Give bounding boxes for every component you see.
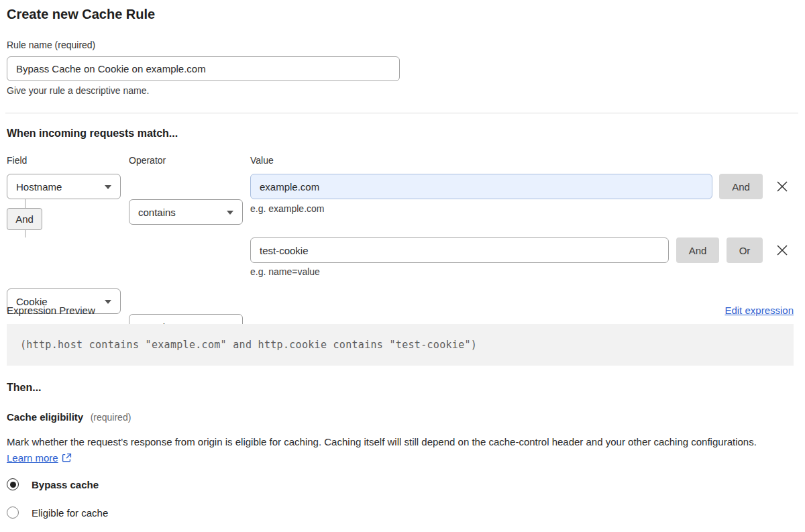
add-and-condition-button-row2[interactable]: And [676, 237, 719, 263]
chevron-down-icon [227, 211, 233, 215]
cache-eligibility-description-text: Mark whether the request’s response from… [7, 436, 757, 447]
chevron-down-icon [105, 300, 111, 304]
edit-expression-link[interactable]: Edit expression [724, 305, 794, 316]
cache-eligibility-required-note: (required) [91, 412, 131, 423]
radio-selected-icon[interactable] [7, 478, 19, 490]
field-select-row1[interactable]: Hostname [7, 174, 121, 199]
create-cache-rule-page: Create new Cache Rule Rule name (require… [0, 0, 805, 532]
radio-option-eligible-for-cache[interactable]: Eligible for cache [7, 507, 108, 519]
radio-label-eligible-for-cache: Eligible for cache [32, 507, 108, 519]
add-and-condition-button-row1[interactable]: And [719, 174, 763, 199]
page-title: Create new Cache Rule [7, 7, 155, 22]
column-label-value: Value [250, 155, 274, 166]
remove-condition-button-row2[interactable] [769, 237, 795, 263]
remove-condition-button-row1[interactable] [769, 174, 795, 199]
expression-code: (http.host contains "example.com" and ht… [20, 339, 477, 351]
then-heading: Then... [7, 382, 42, 394]
cache-eligibility-description: Mark whether the request’s response from… [7, 434, 778, 468]
column-label-field: Field [7, 155, 27, 166]
value-hint-row2: e.g. name=value [250, 266, 320, 277]
operator-select-row1-value: contains [138, 207, 176, 218]
close-icon [775, 243, 790, 258]
expression-preview-label: Expression Preview [7, 305, 95, 316]
column-label-operator: Operator [129, 155, 166, 166]
radio-option-bypass-cache[interactable]: Bypass cache [7, 478, 99, 490]
chevron-down-icon [105, 185, 111, 189]
field-select-row1-value: Hostname [16, 181, 62, 193]
radio-label-bypass-cache: Bypass cache [32, 479, 99, 490]
value-input-row1[interactable] [250, 174, 712, 199]
cache-eligibility-heading: Cache eligibility [7, 411, 83, 423]
rule-name-label: Rule name (required) [7, 40, 95, 50]
condition-connector-chip[interactable]: And [7, 208, 42, 230]
expression-code-block: (http.host contains "example.com" and ht… [7, 324, 794, 366]
value-hint-row1: e.g. example.com [250, 203, 325, 214]
section-divider [5, 113, 798, 113]
rule-name-helper: Give your rule a descriptive name. [7, 85, 149, 96]
learn-more-link[interactable]: Learn more [7, 452, 58, 464]
radio-unselected-icon[interactable] [7, 507, 19, 519]
rule-name-input[interactable] [7, 56, 400, 81]
value-input-row2[interactable] [250, 237, 669, 263]
external-link-icon [62, 451, 72, 468]
operator-select-row1[interactable]: contains [129, 199, 243, 225]
match-section-heading: When incoming requests match... [7, 127, 178, 140]
add-or-condition-button-row2[interactable]: Or [727, 237, 763, 263]
close-icon [775, 179, 790, 194]
